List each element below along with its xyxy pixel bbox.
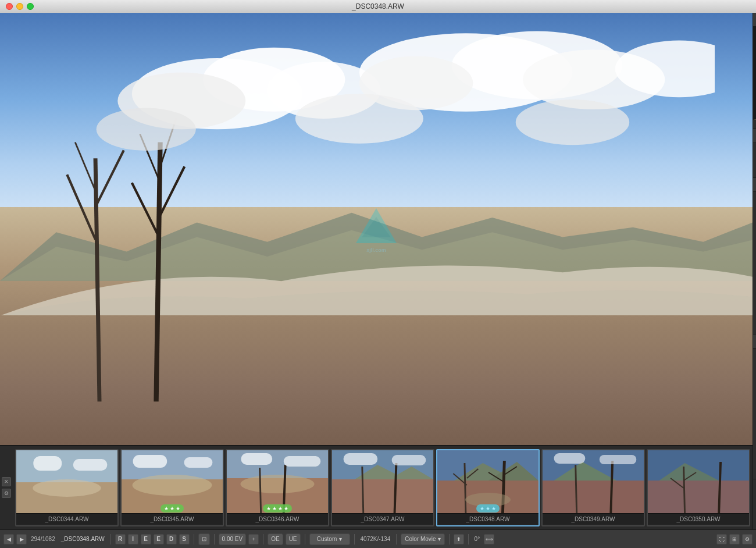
close-button[interactable] (6, 3, 13, 10)
separator-2 (194, 534, 194, 545)
separator-9 (468, 534, 469, 545)
svg-rect-67 (600, 455, 637, 464)
custom-label-button[interactable]: Custom ▾ (309, 533, 350, 545)
thumb-label-6: _DSC0349.ARW (543, 513, 644, 525)
svg-rect-34 (184, 457, 213, 468)
svg-line-57 (502, 461, 504, 513)
frame-count: 294/1082 (29, 536, 57, 542)
filmstrip-settings-btn[interactable]: ⚙ (2, 489, 11, 498)
btn-e2[interactable]: E (154, 534, 164, 545)
xmp-header: XMP Metadata ⚙ ✕ (753, 178, 756, 192)
svg-rect-33 (133, 455, 167, 468)
filmstrip-thumb-1[interactable]: _DSC0344.ARW (15, 449, 119, 526)
svg-line-54 (465, 463, 466, 513)
svg-point-37 (240, 475, 314, 493)
svg-point-22 (516, 99, 630, 145)
separator-1 (110, 534, 111, 545)
filmstrip-thumb-2[interactable]: ★ ★ ★ _DSC0345.ARW (120, 449, 224, 526)
maximize-button[interactable] (27, 3, 34, 10)
histogram-svg (753, 27, 756, 120)
svg-line-64 (576, 465, 577, 513)
filmstrip-thumb-3[interactable]: ★ ★ ★ ★ _DSC0346.ARW (226, 449, 329, 526)
svg-line-2 (95, 159, 99, 402)
exposure-panel-content: UnExp OveExp OE+Corr R 9k 0.2% 0 0% 0 (753, 143, 756, 177)
svg-point-21 (295, 94, 423, 144)
svg-rect-41 (284, 456, 321, 467)
nav-next-button[interactable]: ▶ (16, 534, 27, 545)
current-filename: _DSC0348.ARW (59, 536, 106, 542)
main-layout: xjll.com ✕ ⚙ (0, 13, 756, 529)
svg-rect-62 (543, 481, 644, 513)
color-mode-dropdown-icon: ▾ (438, 536, 441, 542)
left-panel: xjll.com ✕ ⚙ (0, 13, 753, 529)
zoom-btn[interactable]: ⊞ (729, 534, 740, 545)
filmstrip: ✕ ⚙ _DSC0344.ARW (0, 445, 753, 529)
ev-value-display[interactable]: 0.00 EV (219, 533, 247, 545)
thumb-rating-2: ★ ★ ★ (161, 504, 184, 513)
separator-5 (305, 534, 305, 545)
nav-prev-button[interactable]: ◀ (3, 534, 14, 545)
window-title: _DSC0348.ARW (352, 2, 404, 10)
titlebar: _DSC0348.ARW (0, 0, 756, 13)
svg-point-27 (33, 479, 101, 497)
thumb-label-4: _DSC0347.ARW (332, 513, 433, 525)
btn-e[interactable]: E (141, 534, 151, 545)
thumb-image-1 (16, 450, 117, 513)
minimize-button[interactable] (16, 3, 23, 10)
image-view[interactable]: xjll.com (0, 13, 753, 445)
ev-plus-btn[interactable]: + (248, 534, 259, 545)
thumb-label-2: _DSC0345.ARW (122, 513, 223, 525)
xmp-section: XMP Metadata ⚙ ✕ ✕ ★ ★ ★ ★ ★ ✕ (753, 178, 756, 335)
thumb-label-5: _DSC0348.ARW (437, 513, 539, 525)
exif-panel-content: 1/160 f/5.6 @ISO200 26mm Date&Time 2011:… (753, 348, 756, 479)
separator-4 (263, 534, 263, 545)
share-btn[interactable]: ⬆ (454, 534, 464, 545)
color-mode-button[interactable]: Color Movie ▾ (401, 533, 444, 545)
exposure-stats-section: Exposure Stats ⚙ ✕ UnExp OveExp OE+Corr (753, 129, 756, 178)
ue-button[interactable]: UE (286, 533, 301, 545)
svg-rect-40 (241, 453, 272, 465)
svg-rect-28 (33, 456, 62, 471)
custom-dropdown-icon: ▾ (339, 536, 342, 542)
svg-rect-49 (392, 455, 426, 465)
thumb-image-5 (437, 450, 539, 513)
titlebar-buttons (6, 3, 34, 10)
color-mode-text: Color Movie (405, 536, 436, 542)
fit-button[interactable]: ⊡ (198, 533, 210, 545)
svg-rect-69 (648, 481, 749, 513)
filmstrip-thumb-4[interactable]: _DSC0347.ARW (331, 449, 434, 526)
clouds-svg (75, 22, 715, 194)
flip-btn[interactable]: ⟺ (484, 534, 494, 545)
separator-7 (396, 534, 397, 545)
oe-button[interactable]: OE (268, 533, 283, 545)
rotation-value: 0° (473, 536, 482, 542)
btn-s[interactable]: S (179, 534, 190, 545)
thumb-label-1: _DSC0344.ARW (16, 513, 117, 525)
svg-rect-29 (73, 459, 108, 471)
filmstrip-thumb-7[interactable]: _DSC0350.ARW (647, 449, 750, 526)
svg-point-32 (133, 475, 212, 496)
btn-r[interactable]: R (115, 534, 126, 545)
histogram-canvas: -10 -5 EV0 +3 (753, 27, 756, 120)
separator-6 (354, 534, 355, 545)
filmstrip-thumb-5[interactable]: ★ ★ ★ _DSC0348.ARW (436, 449, 540, 526)
filmstrip-close-btn[interactable]: ✕ (2, 477, 11, 486)
svg-rect-48 (344, 453, 378, 465)
fullscreen-btn[interactable]: ⛶ (716, 534, 727, 545)
thumb-image-6 (543, 450, 644, 513)
thumb-label-7: _DSC0350.ARW (648, 513, 749, 525)
svg-line-46 (362, 467, 363, 513)
right-panel: Raw Histogram ✕ -10 -5 EV0 +3 (753, 13, 756, 529)
thumb-label-3: _DSC0346.ARW (227, 513, 328, 525)
btn-d[interactable]: D (166, 534, 177, 545)
btn-i[interactable]: I (128, 534, 138, 545)
filmstrip-controls: ✕ ⚙ (0, 476, 13, 499)
thumb-image-4 (332, 450, 433, 513)
custom-label-text: Custom (317, 536, 337, 542)
thumb-image-3 (227, 450, 328, 513)
filmstrip-images: _DSC0344.ARW ★ (13, 449, 753, 526)
filmstrip-thumb-6[interactable]: _DSC0349.ARW (541, 449, 645, 526)
svg-rect-66 (554, 453, 586, 464)
svg-rect-43 (332, 479, 433, 513)
settings-btn[interactable]: ⚙ (742, 534, 753, 545)
